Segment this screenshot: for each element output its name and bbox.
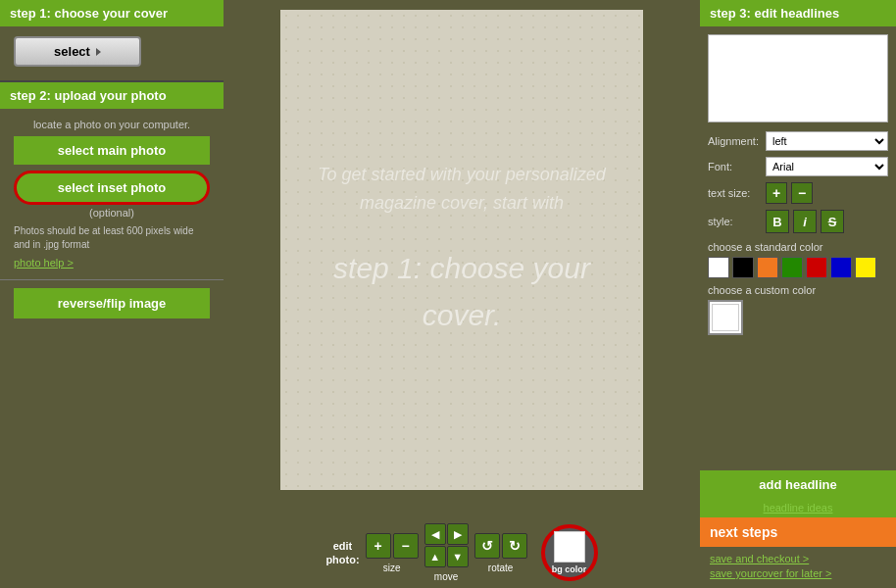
text-size-row: text size: + − <box>708 182 888 204</box>
add-headline-label: add headline <box>759 477 836 492</box>
size-minus-button[interactable]: − <box>393 533 419 559</box>
next-steps-links: save and checkout > save yourcover for l… <box>700 547 896 588</box>
custom-color-inner <box>712 304 739 331</box>
rotate-group: ↺ ↻ rotate <box>474 533 527 573</box>
step1-header: step 1: choose your cover <box>0 0 224 26</box>
font-select[interactable]: Arial Times New Roman Georgia Verdana <box>766 157 888 176</box>
alignment-label: Alignment: <box>708 135 762 147</box>
color-white[interactable] <box>708 257 729 278</box>
next-steps-section: next steps save and checkout > save your… <box>700 517 896 588</box>
select-cover-button[interactable]: select <box>14 36 141 67</box>
color-blue[interactable] <box>830 257 852 278</box>
style-row: style: B i S <box>708 210 888 233</box>
font-label: Font: <box>708 161 762 172</box>
color-orange[interactable] <box>757 257 778 278</box>
italic-button[interactable]: i <box>793 210 817 233</box>
font-row: Font: Arial Times New Roman Georgia Verd… <box>708 157 888 176</box>
color-black[interactable] <box>732 257 754 278</box>
size-label: size <box>383 563 401 573</box>
move-group: ◀ ▶ ▲ ▼ move <box>424 523 469 582</box>
size-plus-button[interactable]: + <box>366 533 391 559</box>
save-checkout-link[interactable]: save and checkout > <box>710 553 886 564</box>
step2-header: step 2: upload your photo <box>0 82 224 109</box>
step1-section: select <box>0 26 224 82</box>
locate-text: locate a photo on your computer. <box>14 119 210 130</box>
move-buttons: ◀ ▶ ▲ ▼ <box>424 523 469 567</box>
canvas-line2: magazine cover, start with <box>360 193 564 213</box>
select-main-photo-button[interactable]: select main photo <box>14 136 210 165</box>
photo-help-link[interactable]: photo help > <box>14 257 74 269</box>
text-size-label: text size: <box>708 187 762 199</box>
alignment-select[interactable]: left center right <box>766 131 888 151</box>
bold-button[interactable]: B <box>766 210 789 233</box>
reverse-section: reverse/flip image <box>0 279 224 326</box>
move-left-button[interactable]: ◀ <box>424 523 446 545</box>
next-steps-header: next steps <box>700 517 896 547</box>
rotate-label: rotate <box>488 563 514 573</box>
text-size-plus-button[interactable]: + <box>766 182 787 204</box>
alignment-row: Alignment: left center right <box>708 131 888 151</box>
color-red[interactable] <box>806 257 827 278</box>
dropdown-arrow-icon <box>96 48 101 56</box>
save-later-link[interactable]: save yourcover for later > <box>710 567 886 579</box>
color-yellow[interactable] <box>855 257 876 278</box>
style-label: style: <box>708 216 762 227</box>
select-inset-photo-button[interactable]: select inset photo <box>14 171 210 205</box>
left-panel: step 1: choose your cover select step 2:… <box>0 0 224 588</box>
canvas-instruction: To get started with your personalized ma… <box>280 141 643 359</box>
add-headline-button[interactable]: add headline <box>700 470 896 500</box>
edit-photo-label: editphoto: <box>325 539 359 567</box>
bg-color-label: bg color <box>552 564 587 574</box>
headlines-section: Alignment: left center right Font: Arial… <box>700 26 896 470</box>
custom-color-picker[interactable] <box>708 300 743 335</box>
text-size-minus-button[interactable]: − <box>791 182 813 204</box>
step3-header: step 3: edit headlines <box>700 0 896 26</box>
custom-color-section: choose a custom color <box>708 284 888 335</box>
rotate-right-button[interactable]: ↻ <box>502 533 527 559</box>
bg-color-swatch <box>554 531 585 563</box>
rotate-left-button[interactable]: ↺ <box>474 533 500 559</box>
select-label: select <box>54 44 90 59</box>
bottom-toolbar: editphoto: + − size ◀ ▶ ▲ ▼ move ↺ ↻ rot… <box>233 515 690 588</box>
standard-color-swatches <box>708 257 888 278</box>
headline-ideas-link[interactable]: headline ideas <box>700 500 896 517</box>
canvas-line1: To get started with your personalized <box>318 165 606 184</box>
move-label: move <box>434 571 458 582</box>
optional-label: (optional) <box>14 207 210 219</box>
move-down-button[interactable]: ▼ <box>447 546 469 567</box>
canvas-big-text: step 1: choose your cover. <box>333 252 590 331</box>
size-buttons: + − <box>366 533 419 559</box>
custom-color-label: choose a custom color <box>708 284 888 296</box>
move-right-button[interactable]: ▶ <box>447 523 469 545</box>
magazine-canvas: To get started with your personalized ma… <box>280 10 643 490</box>
reverse-flip-button[interactable]: reverse/flip image <box>14 288 210 318</box>
right-panel: step 3: edit headlines Alignment: left c… <box>700 0 896 588</box>
move-up-button[interactable]: ▲ <box>424 546 446 567</box>
rotate-buttons: ↺ ↻ <box>474 533 527 559</box>
bg-color-button[interactable]: bg color <box>541 524 598 581</box>
photo-info-text: Photos should be at least 600 pixels wid… <box>14 224 210 252</box>
standard-color-section: choose a standard color <box>708 241 888 278</box>
step2-section: locate a photo on your computer. select … <box>0 109 224 279</box>
center-area: To get started with your personalized ma… <box>224 0 700 588</box>
headline-textarea[interactable] <box>708 34 888 122</box>
edit-photo-group: editphoto: <box>325 539 359 567</box>
standard-color-label: choose a standard color <box>708 241 888 253</box>
size-group: + − size <box>366 533 419 573</box>
strikethrough-button[interactable]: S <box>821 210 844 233</box>
color-green[interactable] <box>781 257 803 278</box>
